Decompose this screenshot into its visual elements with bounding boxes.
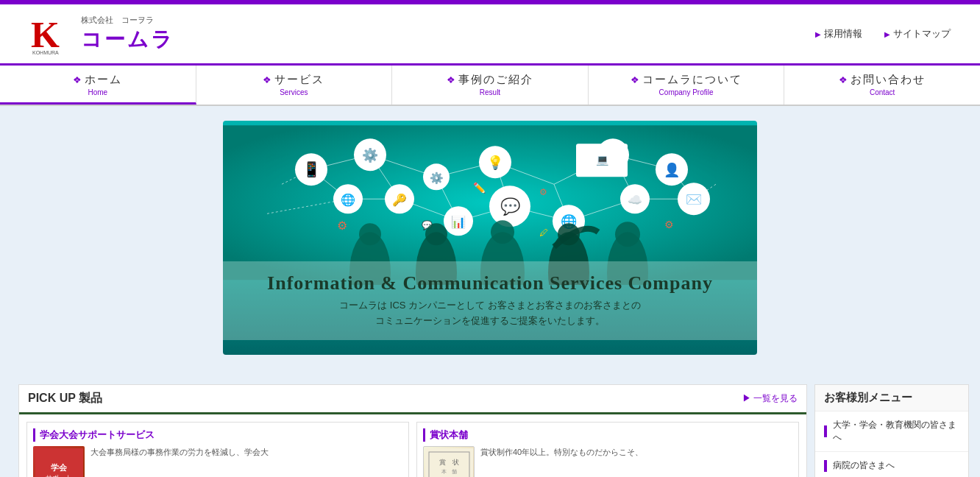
nav-result-ja: 事例のご紹介 bbox=[458, 73, 533, 87]
nav-contact-bullet: ❖ bbox=[839, 74, 848, 85]
company-name: コームラ bbox=[81, 26, 174, 54]
company-small-label: 株式会社 コーヲラ bbox=[81, 15, 174, 26]
pickup-item-1-text: 大会事務局様の事務作業の労力を軽減し、学会大 bbox=[90, 446, 269, 477]
pickup-item-2-body: 賞 状 本 舗 賞状制作40年以上。特別なものだからこそ、 bbox=[423, 446, 792, 477]
main-nav: ❖ ホーム Home ❖ サービス Services ❖ 事例のご紹介 Resu… bbox=[0, 66, 980, 106]
nav-services-ja: サービス bbox=[274, 73, 324, 87]
recruit-link[interactable]: ▶ 採用情報 bbox=[815, 27, 862, 40]
svg-text:サポート: サポート bbox=[46, 474, 72, 478]
customer-menu-university-label: 大学・学会・教育機関の皆さまへ bbox=[833, 419, 959, 444]
svg-text:本　舗: 本 舗 bbox=[441, 469, 456, 474]
pickup-item-1-body: 学会 サポート 大会事務局様の事務作業の労力を軽減し、学会大 bbox=[33, 446, 402, 477]
svg-text:🔑: 🔑 bbox=[392, 193, 407, 207]
pickup-header: PICK UP 製品 ▶ 一覧を見る bbox=[19, 385, 806, 414]
nav-home-ja: ホーム bbox=[85, 73, 122, 87]
logo[interactable]: K KOHMURA 株式会社 コーヲラ コームラ bbox=[29, 12, 174, 56]
hero-title: Information & Communication Services Com… bbox=[238, 272, 742, 294]
svg-text:⚙️: ⚙️ bbox=[362, 147, 379, 163]
header: K KOHMURA 株式会社 コーヲラ コームラ ▶ 採用情報 ▶ サイトマップ bbox=[0, 4, 980, 66]
nav-services[interactable]: ❖ サービス Services bbox=[196, 66, 393, 105]
customer-menu-title: お客様別メニュー bbox=[815, 385, 968, 411]
svg-text:⚙: ⚙ bbox=[337, 219, 347, 232]
customer-menu-hospital-label: 病院の皆さまへ bbox=[833, 459, 895, 472]
logo-icon: K KOHMURA bbox=[29, 12, 81, 56]
svg-text:💡: 💡 bbox=[487, 155, 504, 171]
pickup-section: PICK UP 製品 ▶ 一覧を見る 学会大会サポートサービス 学会 サポート bbox=[18, 384, 807, 477]
pickup-item-1: 学会大会サポートサービス 学会 サポート 大会事務局様の事務作業の労力を軽減し、… bbox=[26, 422, 409, 477]
hero-section: 📱 💡 ⚙️ 🖥️ 👤 💬 ✉️ 🌐 🔑 bbox=[0, 106, 980, 370]
sitemap-arrow: ▶ bbox=[884, 30, 890, 38]
nav-contact-en: Contact bbox=[870, 88, 895, 96]
svg-text:✏️: ✏️ bbox=[473, 182, 486, 194]
nav-services-en: Services bbox=[280, 88, 308, 96]
svg-text:☁️: ☁️ bbox=[628, 193, 642, 207]
svg-point-62 bbox=[425, 223, 447, 245]
right-sidebar: お客様別メニュー 大学・学会・教育機関の皆さまへ 病院の皆さまへ bbox=[811, 384, 973, 477]
sitemap-link[interactable]: ▶ サイトマップ bbox=[884, 27, 951, 40]
svg-text:⚙: ⚙ bbox=[539, 187, 547, 197]
svg-text:賞　状: 賞 状 bbox=[438, 459, 458, 466]
svg-text:🌐: 🌐 bbox=[341, 193, 355, 207]
hero-banner: 📱 💡 ⚙️ 🖥️ 👤 💬 ✉️ 🌐 🔑 bbox=[223, 121, 757, 355]
customer-menu: お客様別メニュー 大学・学会・教育機関の皆さまへ 病院の皆さまへ bbox=[814, 384, 969, 477]
svg-text:KOHMURA: KOHMURA bbox=[32, 50, 59, 55]
svg-point-68 bbox=[615, 222, 640, 247]
menu-item-bar-2 bbox=[824, 460, 827, 472]
svg-point-64 bbox=[491, 220, 514, 244]
hero-text-block: Information & Communication Services Com… bbox=[223, 261, 757, 340]
nav-contact[interactable]: ❖ お問い合わせ Contact bbox=[784, 66, 980, 105]
customer-menu-item-university[interactable]: 大学・学会・教育機関の皆さまへ bbox=[815, 411, 968, 452]
main-content: PICK UP 製品 ▶ 一覧を見る 学会大会サポートサービス 学会 サポート bbox=[0, 370, 980, 477]
nav-home-en: Home bbox=[88, 88, 107, 96]
svg-text:K: K bbox=[31, 14, 60, 55]
nav-home[interactable]: ❖ ホーム Home bbox=[0, 66, 196, 105]
nav-company-ja: コームラについて bbox=[642, 73, 742, 87]
svg-text:📊: 📊 bbox=[451, 215, 466, 229]
pickup-item-1-image: 学会 サポート bbox=[33, 446, 85, 477]
nav-contact-ja: お問い合わせ bbox=[851, 73, 926, 87]
nav-result-bullet: ❖ bbox=[447, 74, 455, 85]
nav-company-en: Company Profile bbox=[659, 88, 714, 96]
pickup-title: PICK UP 製品 bbox=[28, 391, 102, 406]
customer-menu-item-hospital[interactable]: 病院の皆さまへ bbox=[815, 452, 968, 477]
header-nav: ▶ 採用情報 ▶ サイトマップ bbox=[815, 27, 951, 40]
pickup-list-button[interactable]: ▶ 一覧を見る bbox=[742, 392, 798, 405]
hero-subtitle: コームラは ICS カンパニーとして お客さまとお客さまのお客さまとの コミュニ… bbox=[238, 298, 742, 329]
center-content: PICK UP 製品 ▶ 一覧を見る 学会大会サポートサービス 学会 サポート bbox=[15, 384, 811, 477]
nav-company[interactable]: ❖ コームラについて Company Profile bbox=[589, 66, 785, 105]
svg-text:👤: 👤 bbox=[664, 162, 681, 178]
hero-network-svg: 📱 💡 ⚙️ 🖥️ 👤 💬 ✉️ 🌐 🔑 bbox=[223, 121, 757, 285]
recruit-arrow: ▶ bbox=[815, 30, 821, 38]
svg-text:学会: 学会 bbox=[51, 463, 68, 472]
pickup-item-1-title[interactable]: 学会大会サポートサービス bbox=[33, 428, 402, 442]
hero-subtitle-line1: コームラは ICS カンパニーとして お客さまとお客さまのお客さまとの bbox=[339, 300, 641, 311]
sitemap-label: サイトマップ bbox=[893, 27, 951, 40]
svg-text:✉️: ✉️ bbox=[686, 191, 703, 208]
svg-text:💬: 💬 bbox=[500, 197, 521, 216]
svg-text:⚙: ⚙ bbox=[664, 219, 674, 230]
logo-text: 株式会社 コーヲラ コームラ bbox=[81, 15, 174, 54]
left-spacer bbox=[7, 384, 15, 477]
hero-subtitle-line2: コミュニケーションを促進するご提案をいたします。 bbox=[375, 315, 605, 326]
pickup-item-2: 賞状本舗 賞 状 本 舗 賞状制作40年以上。特別なものだからこそ、 bbox=[416, 422, 799, 477]
nav-company-bullet: ❖ bbox=[631, 74, 639, 85]
svg-text:📱: 📱 bbox=[302, 160, 321, 178]
pickup-item-2-text: 賞状制作40年以上。特別なものだからこそ、 bbox=[480, 446, 643, 477]
pickup-item-2-title[interactable]: 賞状本舗 bbox=[423, 428, 792, 442]
svg-text:🖊: 🖊 bbox=[539, 227, 548, 238]
pickup-items: 学会大会サポートサービス 学会 サポート 大会事務局様の事務作業の労力を軽減し、… bbox=[19, 414, 806, 477]
nav-services-bullet: ❖ bbox=[263, 74, 271, 85]
svg-point-60 bbox=[359, 223, 381, 245]
nav-result[interactable]: ❖ 事例のご紹介 Result bbox=[392, 66, 589, 105]
nav-home-bullet: ❖ bbox=[73, 74, 82, 85]
svg-text:💻: 💻 bbox=[596, 154, 609, 166]
menu-item-bar-1 bbox=[824, 425, 827, 437]
nav-result-en: Result bbox=[480, 88, 500, 96]
svg-text:⚙️: ⚙️ bbox=[430, 172, 444, 185]
recruit-label: 採用情報 bbox=[824, 27, 862, 40]
pickup-item-2-image: 賞 状 本 舗 bbox=[423, 446, 475, 477]
